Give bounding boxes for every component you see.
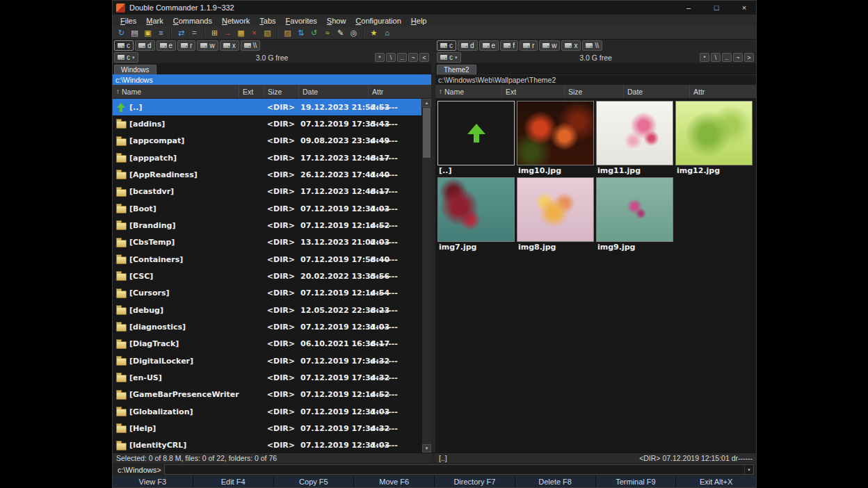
drive-button-network[interactable]: \\: [241, 40, 261, 51]
home-button[interactable]: ~: [408, 53, 418, 62]
edit-f4-button[interactable]: Edit F4: [193, 476, 273, 487]
directory-f7-button[interactable]: Directory F7: [434, 476, 515, 487]
drive-button-c[interactable]: c: [437, 40, 456, 51]
column-header-date[interactable]: Date: [624, 85, 690, 98]
drive-button-f[interactable]: f: [500, 40, 518, 51]
thumbnail-item[interactable]: img11.jpg: [595, 101, 674, 177]
root-button[interactable]: \: [711, 53, 721, 62]
left-drive-select[interactable]: c ▾: [114, 52, 138, 63]
scrollbar-thumb[interactable]: [423, 108, 431, 158]
directory-hotlist-icon[interactable]: ▣: [142, 27, 154, 38]
scrollbar-track[interactable]: [422, 107, 431, 444]
menu-item-network[interactable]: Network: [217, 17, 255, 25]
tab-theme2[interactable]: Theme2: [437, 65, 476, 75]
find-files-icon[interactable]: ◎: [348, 27, 360, 38]
menu-item-mark[interactable]: Mark: [141, 17, 168, 25]
drive-button-d[interactable]: d: [135, 40, 155, 51]
target-equals-source-icon[interactable]: =: [188, 27, 200, 38]
column-header-date[interactable]: Date: [299, 85, 369, 98]
move-icon[interactable]: →: [222, 27, 234, 38]
drive-button-e[interactable]: e: [156, 40, 177, 51]
file-row[interactable]: [apppatch] <DIR> 17.12.2023 12:48:17 d--…: [113, 149, 421, 166]
flat-view-icon[interactable]: ≡: [155, 27, 167, 38]
file-row[interactable]: [Branding] <DIR> 07.12.2019 12:14:52 d--…: [113, 217, 421, 234]
column-header-ext[interactable]: Ext: [239, 85, 264, 98]
edit-icon[interactable]: ✎: [335, 27, 346, 38]
new-folder-icon[interactable]: ▦: [235, 27, 247, 38]
file-row[interactable]: [DiagTrack] <DIR> 06.10.2021 16:36:17 d-…: [113, 336, 421, 352]
refresh-icon[interactable]: ↻: [115, 27, 127, 38]
file-row[interactable]: [diagnostics] <DIR> 07.12.2019 12:31:03 …: [113, 318, 421, 335]
file-row[interactable]: [IdentityCRL] <DIR> 07.12.2019 12:31:03 …: [113, 437, 421, 453]
file-row[interactable]: [AppReadiness] <DIR> 26.12.2023 17:41:40…: [113, 166, 421, 183]
column-header-ext[interactable]: Ext: [502, 85, 565, 98]
right-path-bar[interactable]: c:\Windows\Web\Wallpaper\Theme2: [435, 74, 756, 85]
menu-item-favorites[interactable]: Favorites: [281, 17, 322, 25]
menu-item-configuration[interactable]: Configuration: [351, 17, 405, 25]
favorites-icon[interactable]: ★: [368, 27, 380, 38]
file-row[interactable]: [addins] <DIR> 07.12.2019 17:35:43 d----…: [113, 115, 421, 132]
extract-icon[interactable]: ▨: [282, 27, 294, 38]
parent-dir-button[interactable]: ..: [722, 53, 732, 62]
column-header-attr[interactable]: Attr: [690, 85, 756, 98]
thumbnail-item[interactable]: img10.jpg: [516, 101, 595, 177]
asterisk-button[interactable]: *: [375, 53, 385, 62]
column-header-name[interactable]: ↑Name: [435, 85, 502, 98]
scrollbar[interactable]: ▲ ▼: [421, 99, 431, 453]
history-back-button[interactable]: <: [419, 53, 429, 62]
file-row[interactable]: [CbsTemp] <DIR> 13.12.2023 21:02:03 d---…: [113, 234, 421, 251]
thumbnail-item[interactable]: [..]: [437, 101, 515, 177]
minimize-button[interactable]: –: [677, 1, 700, 15]
history-forward-button[interactable]: >: [744, 53, 754, 62]
delete-icon[interactable]: ×: [248, 27, 260, 38]
drive-button-w[interactable]: w: [197, 40, 218, 51]
asterisk-button[interactable]: *: [700, 53, 709, 62]
swap-panels-icon[interactable]: ⇄: [175, 27, 187, 38]
column-header-attr[interactable]: Attr: [369, 85, 431, 98]
copy-icon[interactable]: ⊞: [209, 27, 220, 38]
file-row[interactable]: [DigitalLocker] <DIR> 07.12.2019 17:34:3…: [113, 352, 421, 369]
file-row[interactable]: [Globalization] <DIR> 07.12.2019 12:31:0…: [113, 403, 421, 420]
thumbnail-item[interactable]: img7.jpg: [437, 177, 515, 254]
network-icon[interactable]: ⌂: [381, 27, 393, 38]
pack-icon[interactable]: ▧: [262, 27, 273, 38]
maximize-button[interactable]: □: [705, 1, 728, 15]
file-row[interactable]: [Cursors] <DIR> 07.12.2019 12:14:54 d---…: [113, 285, 421, 302]
multi-rename-icon[interactable]: ≈: [321, 27, 333, 38]
file-row[interactable]: [appcompat] <DIR> 09.08.2023 23:34:49 d-…: [113, 133, 421, 149]
drive-button-x[interactable]: x: [220, 40, 239, 51]
terminal-f9-button[interactable]: Terminal F9: [595, 476, 676, 487]
thumbnail-item[interactable]: img9.jpg: [595, 177, 674, 254]
left-path-bar[interactable]: c:\Windows: [113, 74, 431, 85]
file-row[interactable]: [en-US] <DIR> 07.12.2019 17:34:32 d-----…: [113, 369, 421, 386]
file-row[interactable]: [CSC] <DIR> 20.02.2022 13:35:56 d-------: [113, 268, 421, 284]
drive-button-d[interactable]: d: [458, 40, 478, 51]
sync-dirs-icon[interactable]: ↺: [308, 27, 320, 38]
move-f6-button[interactable]: Move F6: [353, 476, 434, 487]
home-button[interactable]: ~: [733, 53, 743, 62]
menu-item-files[interactable]: Files: [115, 17, 141, 25]
column-header-size[interactable]: Size: [565, 85, 624, 98]
file-row[interactable]: [Containers] <DIR> 07.12.2019 17:58:40 d…: [113, 251, 421, 268]
scroll-down-icon[interactable]: ▼: [422, 444, 431, 453]
tab-windows[interactable]: Windows: [114, 65, 156, 75]
menu-item-tabs[interactable]: Tabs: [255, 17, 280, 25]
drive-button-c[interactable]: c: [114, 40, 134, 51]
drive-button-r[interactable]: r: [177, 40, 195, 51]
drive-button-x[interactable]: x: [561, 40, 581, 51]
file-row[interactable]: [Help] <DIR> 07.12.2019 17:34:32 d------…: [113, 420, 421, 437]
parent-dir-button[interactable]: ..: [397, 53, 407, 62]
file-row[interactable]: [GameBarPresenceWriter] <DIR> 07.12.2019…: [113, 387, 421, 403]
close-button[interactable]: ×: [732, 1, 756, 15]
run-terminal-icon[interactable]: ▤: [129, 27, 140, 38]
right-drive-select[interactable]: c ▾: [437, 52, 461, 63]
file-row[interactable]: [bcastdvr] <DIR> 17.12.2023 12:48:17 d--…: [113, 184, 421, 200]
scroll-up-icon[interactable]: ▲: [422, 99, 431, 107]
copy-f5-button[interactable]: Copy F5: [273, 476, 354, 487]
file-row[interactable]: [Boot] <DIR> 07.12.2019 12:31:03 d------…: [113, 200, 421, 217]
column-header-name[interactable]: ↑Name: [113, 85, 239, 98]
thumbnail-item[interactable]: img8.jpg: [516, 177, 595, 254]
command-line-input[interactable]: [165, 465, 744, 474]
view-f3-button[interactable]: View F3: [113, 476, 193, 487]
column-header-size[interactable]: Size: [264, 85, 299, 98]
